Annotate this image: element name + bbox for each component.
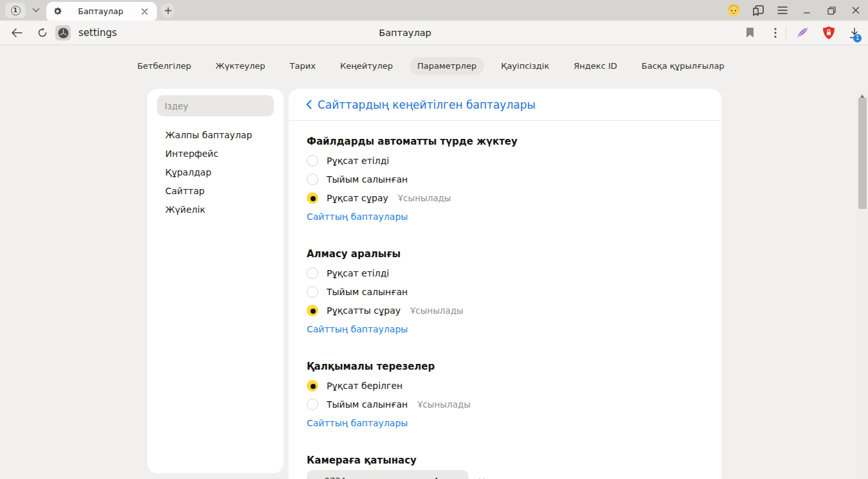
search-input[interactable] <box>157 95 274 116</box>
active-browser-tab[interactable]: Баптаулар <box>46 2 157 21</box>
radio-option[interactable]: Рұқсат сұрауҰсынылады <box>307 188 703 207</box>
extension-feather-icon[interactable] <box>791 21 815 45</box>
back-chevron-icon <box>306 100 312 109</box>
radio-option[interactable]: Тыйым салынған <box>307 170 703 188</box>
radio-button <box>307 305 318 316</box>
protect-shield-icon[interactable] <box>817 21 840 45</box>
radio-option[interactable]: Рұқсат етілді <box>307 264 703 282</box>
radio-button <box>307 399 318 410</box>
settings-section: Камераға қатынасуov9734_azurewave_camera… <box>307 453 703 479</box>
settings-sidebar: Жалпы баптауларИнтерфейсҚұралдарСайттарЖ… <box>147 89 284 473</box>
tab-title: Баптаулар <box>62 6 139 16</box>
radio-option[interactable]: Тыйым салынған <box>307 282 703 301</box>
settings-section: Файлдарды автоматты түрде жүктеуРұқсат е… <box>307 134 703 226</box>
radio-label: Рұқсат етілді <box>327 156 389 166</box>
sidebar-item[interactable]: Жүйелік <box>147 201 284 219</box>
site-settings-link-row: Сайттың баптаулары <box>307 207 703 226</box>
radio-button <box>307 192 318 204</box>
radio-label: Тыйым салынған <box>327 287 408 297</box>
nav-tab-кеңейтулер[interactable]: Кеңейтулер <box>332 57 401 75</box>
new-tab-button[interactable] <box>161 3 175 17</box>
site-settings-link-row: Сайттың баптаулары <box>307 320 703 338</box>
nav-tab-бетбелгілер[interactable]: Бетбелгілер <box>129 57 199 75</box>
toolbar-divider <box>786 27 786 39</box>
section-title: Қалқымалы терезелер <box>307 359 703 374</box>
settings-nav-tabs: БетбелгілерЖүктеулерТарихКеңейтулерПарам… <box>0 57 862 75</box>
bookmark-icon[interactable] <box>738 21 761 45</box>
sidebar-item[interactable]: Интерфейс <box>147 145 284 163</box>
maximize-button[interactable] <box>819 0 844 21</box>
settings-page: БетбелгілерЖүктеулерТарихКеңейтулерПарам… <box>0 45 868 479</box>
radio-button <box>307 286 318 298</box>
radio-option[interactable]: Тыйым салынғанҰсынылады <box>307 395 703 413</box>
tab-count-value: 1 <box>11 6 21 15</box>
sidebar-list: Жалпы баптауларИнтерфейсҚұралдарСайттарЖ… <box>147 126 284 219</box>
address-page-title: Баптаулар <box>0 21 810 45</box>
site-settings-link[interactable]: Сайттың баптаулары <box>307 324 408 334</box>
gear-icon <box>53 6 62 16</box>
nav-tab-басқа-құрылғылар[interactable]: Басқа құрылғылар <box>634 57 732 75</box>
minimize-button[interactable] <box>795 0 819 21</box>
url-text: settings <box>78 21 117 45</box>
sidebar-item[interactable]: Құралдар <box>147 163 284 182</box>
close-tab-icon[interactable] <box>139 6 150 17</box>
close-window-button[interactable] <box>844 0 868 21</box>
recommended-badge: Ұсынылады <box>417 399 471 410</box>
camera-select[interactable]: ov9734_azurewave_camera Алдыңғы <box>307 470 469 479</box>
sidebar-item[interactable]: Сайттар <box>147 182 284 201</box>
radio-option[interactable]: Рұқсатты сұрауҰсынылады <box>307 301 703 320</box>
recommended-badge: Ұсынылады <box>398 193 451 203</box>
reload-icon[interactable] <box>31 21 54 45</box>
back-icon[interactable] <box>5 21 28 45</box>
radio-button <box>307 174 318 185</box>
settings-section: Алмасу аралығыРұқсат етілдіТыйым салынға… <box>307 247 703 338</box>
menu-icon[interactable] <box>770 0 795 21</box>
radio-option[interactable]: Рұқсат етілді <box>307 151 703 170</box>
more-options-icon[interactable] <box>764 21 787 45</box>
site-favicon <box>55 25 71 41</box>
address-bar[interactable]: settings Баптаулар 1 <box>0 21 868 45</box>
scrollbar[interactable] <box>857 90 868 479</box>
avatar[interactable] <box>721 0 746 21</box>
browser-tab-bar: 1 Баптаулар <box>0 0 868 21</box>
radio-label: Рұқсатты сұрау <box>327 305 401 316</box>
recommended-badge: Ұсынылады <box>410 305 464 316</box>
nav-tab-яндекс-id[interactable]: Яндекс ID <box>566 57 625 75</box>
tab-list-chevron-icon[interactable] <box>28 3 44 18</box>
radio-label: Рұқсат сұрау <box>327 193 388 203</box>
tab-count-button[interactable]: 1 <box>5 3 26 18</box>
sidebar-item[interactable]: Жалпы баптаулар <box>147 126 284 145</box>
nav-tab-жүктеулер[interactable]: Жүктеулер <box>208 57 273 75</box>
settings-sections: Файлдарды автоматты түрде жүктеуРұқсат е… <box>289 121 721 479</box>
site-settings-link[interactable]: Сайттың баптаулары <box>307 418 408 428</box>
nav-tab-параметрлер[interactable]: Параметрлер <box>410 57 484 75</box>
radio-label: Тыйым салынған <box>327 399 408 410</box>
radio-button <box>307 380 318 392</box>
page-title: Сайттардың кеңейтілген баптаулары <box>318 98 536 111</box>
radio-label: Рұқсат етілді <box>327 268 389 278</box>
site-settings-link[interactable]: Сайттың баптаулары <box>307 212 408 222</box>
section-title: Камераға қатынасу <box>307 453 703 467</box>
settings-main-panel: Сайттардың кеңейтілген баптаулары Файлда… <box>289 89 721 479</box>
section-title: Файлдарды автоматты түрде жүктеу <box>307 134 703 149</box>
scrollbar-thumb[interactable] <box>858 98 867 209</box>
nav-tab-тарих[interactable]: Тарих <box>282 57 323 75</box>
download-badge: 1 <box>853 34 862 42</box>
radio-label: Тыйым салынған <box>327 174 408 185</box>
camera-select-value: ov9734_azurewave_camera Алдыңғы <box>314 476 474 479</box>
radio-button <box>307 267 318 279</box>
nav-tab-қауіпсіздік[interactable]: Қауіпсіздік <box>493 57 557 75</box>
section-title: Алмасу аралығы <box>307 247 703 261</box>
site-settings-link-row: Сайттың баптаулары <box>307 413 703 432</box>
radio-button <box>307 155 318 167</box>
radio-option[interactable]: Рұқсат берілген <box>307 376 703 395</box>
collections-icon[interactable] <box>746 0 770 21</box>
back-to-sites-header[interactable]: Сайттардың кеңейтілген баптаулары <box>289 89 721 121</box>
radio-label: Рұқсат берілген <box>327 381 402 391</box>
settings-section: Қалқымалы терезелерРұқсат берілгенТыйым … <box>307 359 703 432</box>
